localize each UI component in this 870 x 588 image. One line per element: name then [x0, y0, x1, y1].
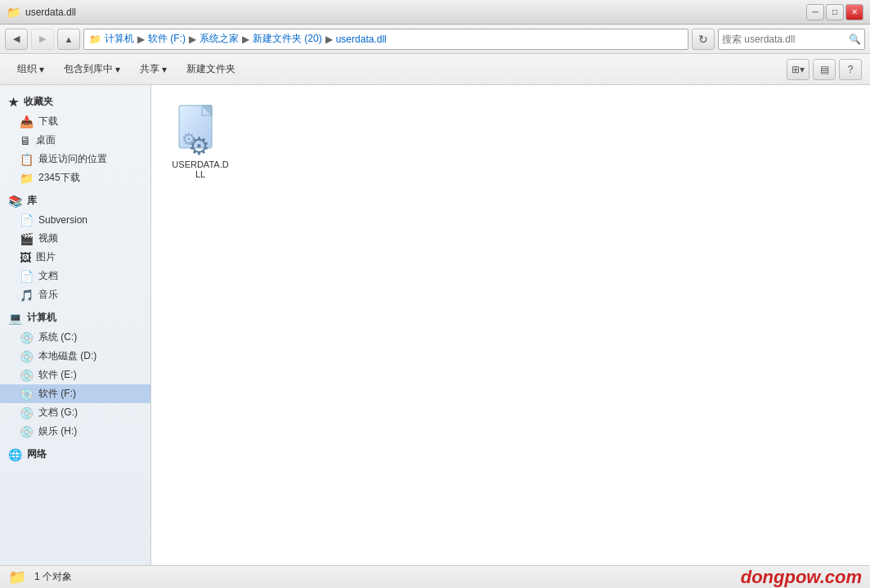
sidebar-item-2345[interactable]: 📁 2345下载: [0, 168, 150, 187]
softwaref-label: 软件 (F:): [38, 387, 76, 401]
title-bar-controls: ─ □ ✕: [806, 4, 863, 20]
sidebar: ★ 收藏夹 📥 下载 🖥 桌面 📋 最近访问的位置 📁 2345下载: [0, 85, 151, 565]
title-bar-left: 📁 userdata.dll: [7, 6, 76, 19]
sidebar-item-pictures[interactable]: 🖼 图片: [0, 248, 150, 267]
documents-icon: 📄: [20, 270, 34, 283]
help-button[interactable]: ?: [839, 59, 862, 80]
entertainh-label: 娱乐 (H:): [38, 424, 77, 438]
new-folder-label: 新建文件夹: [186, 62, 235, 76]
status-folder-icon: 📁: [8, 568, 26, 586]
organize-button[interactable]: 组织 ▾: [8, 58, 53, 81]
up-button[interactable]: ▲: [57, 29, 80, 50]
search-bar: 🔍: [718, 29, 865, 50]
file-icon-wrapper: ⚙ ⚙: [174, 104, 226, 156]
sidebar-item-video[interactable]: 🎬 视频: [0, 229, 150, 248]
sidebar-item-music[interactable]: 🎵 音乐: [0, 285, 150, 304]
sidebar-item-systemc[interactable]: 💿 系统 (C:): [0, 328, 150, 347]
systemc-label: 系统 (C:): [38, 330, 77, 344]
minimize-button[interactable]: ─: [806, 4, 824, 20]
share-label: 共享: [140, 62, 159, 76]
svg-text:⚙: ⚙: [182, 130, 196, 148]
sidebar-item-downloads[interactable]: 📥 下载: [0, 112, 150, 131]
computer-icon: 💻: [8, 312, 22, 325]
sidebar-item-subversion[interactable]: 📄 Subversion: [0, 211, 150, 229]
file-userdata-dll[interactable]: ⚙ ⚙ USERDATA.DLL: [164, 97, 237, 186]
breadcrumb[interactable]: 📁 计算机 ▶ 软件 (F:) ▶ 系统之家 ▶ 新建文件夹 (20) ▶ us…: [83, 29, 688, 50]
softwaree-label: 软件 (E:): [38, 368, 77, 382]
breadcrumb-softwaref[interactable]: 软件 (F:): [148, 32, 186, 46]
share-dropdown-icon: ▾: [162, 64, 167, 75]
sidebar-item-entertainh[interactable]: 💿 娱乐 (H:): [0, 422, 150, 441]
sidebar-item-softwaree[interactable]: 💿 软件 (E:): [0, 366, 150, 384]
sidebar-item-documentg[interactable]: 💿 文档 (G:): [0, 403, 150, 422]
title-bar: 📁 userdata.dll ─ □ ✕: [0, 0, 870, 25]
content-area[interactable]: ⚙ ⚙ USERDATA.DLL: [151, 85, 870, 565]
breadcrumb-sep-3: ▶: [242, 34, 249, 45]
sidebar-header-network[interactable]: 🌐 网络: [0, 444, 150, 465]
watermark: dongpow.com: [741, 567, 862, 588]
subversion-icon: 📄: [20, 213, 34, 227]
downloads-label: 下载: [38, 114, 58, 128]
share-button[interactable]: 共享 ▾: [131, 58, 176, 81]
refresh-button[interactable]: ↻: [692, 29, 715, 50]
sidebar-item-recent[interactable]: 📋 最近访问的位置: [0, 150, 150, 168]
breadcrumb-userdata[interactable]: userdata.dll: [336, 34, 387, 45]
close-button[interactable]: ✕: [845, 4, 863, 20]
maximize-button[interactable]: □: [826, 4, 844, 20]
preview-pane-button[interactable]: ▤: [813, 59, 836, 80]
main-layout: ★ 收藏夹 📥 下载 🖥 桌面 📋 最近访问的位置 📁 2345下载: [0, 85, 870, 565]
dll-file-icon: ⚙ ⚙: [176, 104, 225, 156]
network-icon: 🌐: [8, 448, 22, 461]
breadcrumb-systemshome[interactable]: 系统之家: [200, 32, 239, 46]
favorites-icon: ★: [8, 96, 19, 109]
sidebar-header-library[interactable]: 📚 库: [0, 191, 150, 211]
title-bar-text: userdata.dll: [25, 7, 76, 18]
downloads-icon: 📥: [20, 115, 34, 128]
subversion-label: Subversion: [38, 214, 87, 226]
new-folder-button[interactable]: 新建文件夹: [177, 58, 244, 81]
computer-label: 计算机: [27, 311, 56, 325]
sidebar-section-computer: 💻 计算机 💿 系统 (C:) 💿 本地磁盘 (D:) 💿 软件 (E:) 💿 …: [0, 307, 150, 441]
toolbar: 组织 ▾ 包含到库中 ▾ 共享 ▾ 新建文件夹 ⊞▾ ▤ ?: [0, 54, 870, 85]
locald-label: 本地磁盘 (D:): [38, 349, 96, 363]
back-button[interactable]: ◀: [5, 29, 28, 50]
breadcrumb-sep-1: ▶: [137, 34, 145, 45]
search-input[interactable]: [722, 34, 849, 45]
organize-label: 组织: [17, 62, 37, 76]
breadcrumb-computer[interactable]: 计算机: [105, 32, 134, 46]
breadcrumb-folder-icon: 📁: [89, 34, 101, 45]
video-icon: 🎬: [20, 232, 34, 245]
music-label: 音乐: [38, 288, 58, 302]
desktop-label: 桌面: [36, 133, 56, 147]
sidebar-section-favorites: ★ 收藏夹 📥 下载 🖥 桌面 📋 最近访问的位置 📁 2345下载: [0, 92, 150, 187]
forward-button[interactable]: ▶: [31, 29, 54, 50]
network-label: 网络: [27, 447, 47, 461]
recent-label: 最近访问的位置: [38, 152, 107, 166]
documents-label: 文档: [38, 269, 58, 283]
include-library-button[interactable]: 包含到库中 ▾: [55, 58, 129, 81]
include-library-dropdown-icon: ▾: [115, 64, 120, 75]
search-icon[interactable]: 🔍: [849, 34, 861, 45]
include-library-label: 包含到库中: [64, 62, 113, 76]
recent-icon: 📋: [20, 153, 34, 166]
2345-icon: 📁: [20, 172, 34, 185]
breadcrumb-newfolder[interactable]: 新建文件夹 (20): [253, 32, 322, 46]
music-icon: 🎵: [20, 289, 34, 302]
pictures-label: 图片: [36, 250, 56, 264]
status-count: 1 个对象: [34, 570, 72, 584]
documentg-label: 文档 (G:): [38, 406, 78, 420]
breadcrumb-sep-4: ▶: [325, 34, 333, 45]
sidebar-item-desktop[interactable]: 🖥 桌面: [0, 131, 150, 150]
sidebar-header-computer[interactable]: 💻 计算机: [0, 307, 150, 328]
organize-dropdown-icon: ▾: [39, 64, 44, 75]
sidebar-header-favorites[interactable]: ★ 收藏夹: [0, 92, 150, 112]
sidebar-section-network: 🌐 网络: [0, 444, 150, 465]
video-label: 视频: [38, 231, 58, 245]
sidebar-item-locald[interactable]: 💿 本地磁盘 (D:): [0, 347, 150, 366]
sidebar-item-documents[interactable]: 📄 文档: [0, 267, 150, 285]
view-options-button[interactable]: ⊞▾: [787, 59, 809, 80]
desktop-icon: 🖥: [20, 134, 31, 147]
documentg-icon: 💿: [20, 406, 34, 420]
sidebar-item-softwaref[interactable]: 💿 软件 (F:): [0, 384, 150, 403]
favorites-label: 收藏夹: [24, 95, 53, 109]
